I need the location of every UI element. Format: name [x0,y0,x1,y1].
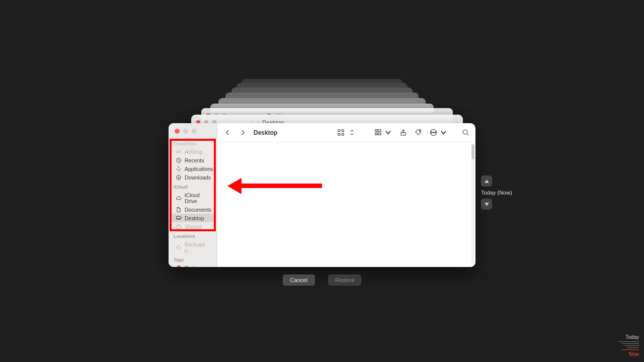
svg-rect-8 [338,133,340,135]
sidebar-heading: Tags [169,254,217,263]
sidebar-item-label: iCloud Drive [185,192,212,204]
svg-point-17 [433,132,434,133]
svg-point-0 [178,151,180,152]
view-icon-grid[interactable] [337,129,345,137]
doc-icon [176,207,182,213]
tm-next-button[interactable] [481,199,492,210]
svg-rect-5 [177,225,181,228]
timeline-label-today: Today [611,334,639,340]
tm-snapshot-label: Today (Now) [481,190,526,196]
window-title: Desktop [254,129,277,136]
share-icon[interactable] [399,129,407,137]
sidebar-item-applications[interactable]: Applications [171,164,215,173]
svg-marker-23 [485,203,489,206]
tag-red-icon [176,265,182,267]
sidebar-item-downloads[interactable]: Downloads [171,173,215,182]
desktop-icon [176,215,182,221]
svg-rect-11 [378,130,381,132]
finder-window: FavouritesAirDropRecentsApplicationsDown… [169,123,475,267]
airdrop-icon [176,149,182,155]
sidebar-item-label: Shared [185,224,202,230]
sidebar-item-label: Applications [185,166,213,172]
tag-icon[interactable] [414,129,422,137]
finder-sidebar: FavouritesAirDropRecentsApplicationsDown… [169,123,217,267]
svg-point-15 [419,131,420,132]
sidebar-item-recents[interactable]: Recents [171,156,215,164]
sidebar-item-label: Recents [185,157,204,163]
close-button[interactable] [175,129,180,134]
sidebar-heading: iCloud [169,182,217,191]
forward-button[interactable] [238,129,247,137]
timemachine-icon [176,244,182,250]
sidebar-heading: Favourites [169,138,217,147]
finder-toolbar: Desktop [217,123,475,142]
timeline-label-now: Now [611,351,639,357]
cloud-icon [176,195,182,201]
restore-button: Restore [328,275,362,286]
sidebar-item-label: Downloads [185,174,211,180]
search-icon[interactable] [461,129,469,137]
chevron-down-icon[interactable] [384,129,392,137]
sidebar-item-label: AirDrop [185,149,203,155]
svg-point-18 [435,132,436,133]
sidebar-item-label: Red [185,265,194,267]
sidebar-heading: Locations [169,231,217,240]
svg-rect-12 [375,133,377,135]
window-controls[interactable] [175,129,197,134]
svg-marker-22 [485,179,489,183]
svg-rect-9 [342,133,344,135]
sidebar-item-icloud-drive[interactable]: iCloud Drive [171,191,215,205]
tm-prev-button[interactable] [481,175,492,187]
chevron-down-icon[interactable] [439,129,447,137]
scrollbar[interactable] [471,144,474,264]
apps-icon [176,166,182,172]
sidebar-item-shared[interactable]: Shared [171,222,215,231]
svg-rect-7 [342,130,344,132]
finder-content-area[interactable] [217,142,475,267]
clock-icon [176,157,182,163]
sidebar-item-label: Backups o… [185,241,212,253]
svg-point-16 [431,132,432,133]
action-icon[interactable] [429,129,437,137]
cancel-button[interactable]: Cancel [283,275,315,286]
sidebar-item-backups-o-[interactable]: Backups o… [171,240,215,254]
svg-point-20 [463,130,467,134]
chevron-updown-icon[interactable] [348,129,356,137]
svg-rect-3 [177,216,181,219]
back-button[interactable] [223,129,231,137]
shared-icon [176,224,182,230]
svg-rect-13 [378,133,381,135]
sidebar-item-documents[interactable]: Documents [171,205,215,214]
group-icon[interactable] [374,129,382,137]
tm-timeline[interactable]: Today Now [611,334,639,357]
sidebar-item-red[interactable]: Red [171,263,215,267]
svg-rect-10 [375,130,377,132]
sidebar-item-label: Desktop [185,215,204,221]
sidebar-item-label: Documents [185,207,211,213]
svg-line-21 [467,134,468,135]
sidebar-item-desktop[interactable]: Desktop [171,214,215,222]
svg-rect-6 [338,130,340,132]
zoom-button[interactable] [192,129,197,134]
minimize-button[interactable] [183,129,188,134]
sidebar-item-airdrop[interactable]: AirDrop [171,147,215,156]
download-icon [176,174,182,180]
